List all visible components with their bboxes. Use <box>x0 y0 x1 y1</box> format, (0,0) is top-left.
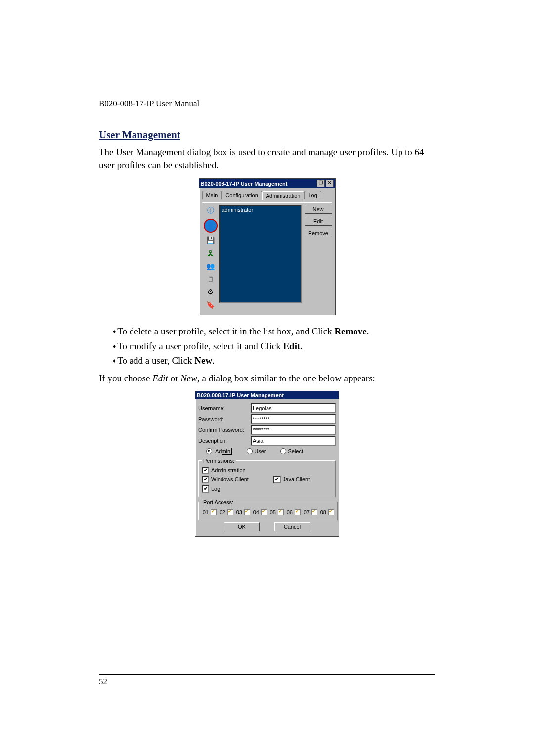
perm-windows-client-checkbox[interactable]: ✔Windows Client <box>202 475 249 484</box>
network-icon[interactable]: 🖧 <box>206 248 216 258</box>
port-07-checkbox[interactable] <box>312 509 317 515</box>
user-edit-dialog: B020-008-17-IP User Management Username:… <box>195 391 339 537</box>
after-text: If you choose Edit or New, a dialog box … <box>99 373 435 384</box>
description-field[interactable]: Asia <box>251 436 336 446</box>
ok-button[interactable]: OK <box>224 522 260 531</box>
confirm-password-field[interactable]: ******** <box>251 425 336 435</box>
info-icon[interactable]: ⓘ <box>206 206 216 216</box>
role-select-radio[interactable]: Select <box>280 448 303 455</box>
port-08-checkbox[interactable] <box>328 509 334 515</box>
username-field[interactable]: Legolas <box>251 403 336 413</box>
perm-log-checkbox[interactable]: ✔Log <box>202 484 332 494</box>
tab-configuration[interactable]: Configuration <box>222 191 262 199</box>
new-button[interactable]: New <box>305 205 332 214</box>
port-access-fieldset: Port Access: 01 02 03 04 05 06 07 08 <box>198 499 338 520</box>
port-access-legend: Port Access: <box>202 499 235 505</box>
cert-icon[interactable]: 🔖 <box>206 300 216 310</box>
port-01-checkbox[interactable] <box>211 509 217 515</box>
description-label: Description: <box>198 438 251 444</box>
tab-bar: Main Configuration Administration Log <box>202 191 332 199</box>
role-radio-group: Admin User Select <box>198 447 336 456</box>
dialog-titlebar: B020-008-17-IP User Management ❐ ✕ <box>199 179 335 188</box>
permissions-fieldset: Permissions: ✔Administration ✔Windows Cl… <box>198 458 336 497</box>
user-icon[interactable]: 👤 <box>204 219 218 233</box>
role-admin-radio[interactable]: Admin <box>206 448 232 455</box>
password-field[interactable]: ******** <box>251 414 336 424</box>
port-03-checkbox[interactable] <box>244 509 250 515</box>
port-05-checkbox[interactable] <box>278 509 284 515</box>
sidebar-icons: ⓘ 👤 💾 🖧 👥 🗒 ⚙ 🔖 <box>202 205 219 310</box>
close-icon[interactable]: ✕ <box>326 180 334 187</box>
tab-log[interactable]: Log <box>304 191 321 199</box>
list-item[interactable]: administrator <box>222 207 299 213</box>
remove-button[interactable]: Remove <box>305 229 332 237</box>
confirm-password-label: Confirm Password: <box>198 427 251 433</box>
tab-main[interactable]: Main <box>202 191 222 199</box>
restore-icon[interactable]: ❐ <box>317 180 325 187</box>
username-label: Username: <box>198 405 251 411</box>
page-number: 52 <box>99 677 107 686</box>
role-user-radio[interactable]: User <box>247 448 266 455</box>
port-06-checkbox[interactable] <box>295 509 301 515</box>
disk-icon[interactable]: 💾 <box>206 236 216 245</box>
log-icon[interactable]: 🗒 <box>206 274 216 284</box>
section-title: User Management <box>99 129 435 141</box>
intro-text: The User Management dialog box is used t… <box>99 146 435 171</box>
adduser-icon[interactable]: 👥 <box>206 261 216 271</box>
user-listbox[interactable]: administrator <box>219 205 302 303</box>
tab-administration[interactable]: Administration <box>262 191 305 200</box>
gear-icon[interactable]: ⚙ <box>206 287 216 297</box>
dialog-title-text: B020-008-17-IP User Management <box>201 181 288 187</box>
permissions-legend: Permissions: <box>202 458 236 464</box>
running-header: B020-008-17-IP User Manual <box>99 99 435 109</box>
dialog2-title-text: B020-008-17-IP User Management <box>197 392 284 398</box>
dialog2-titlebar: B020-008-17-IP User Management <box>195 391 339 399</box>
perm-java-client-checkbox[interactable]: ✔Java Client <box>273 475 310 484</box>
password-label: Password: <box>198 416 251 422</box>
port-04-checkbox[interactable] <box>261 509 267 515</box>
edit-button[interactable]: Edit <box>305 217 332 226</box>
port-02-checkbox[interactable] <box>227 509 233 515</box>
cancel-button[interactable]: Cancel <box>274 522 310 531</box>
perm-administration-checkbox[interactable]: ✔Administration <box>202 466 332 475</box>
user-management-dialog: B020-008-17-IP User Management ❐ ✕ Main … <box>199 178 336 315</box>
instruction-list: To delete a user profile, select it in t… <box>99 324 435 368</box>
